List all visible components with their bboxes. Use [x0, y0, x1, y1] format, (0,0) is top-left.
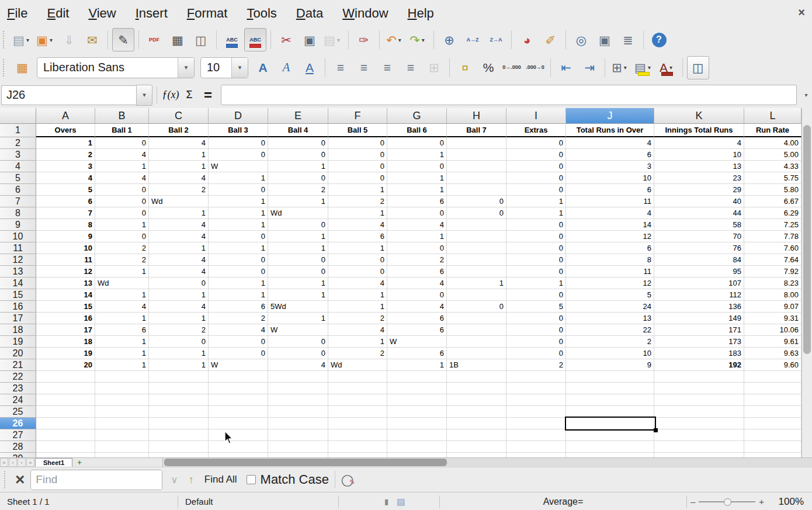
cell[interactable]: 1: [149, 359, 209, 371]
cell[interactable]: 7.78: [744, 231, 801, 242]
cell[interactable]: 0: [387, 207, 447, 219]
row-header-24[interactable]: 24: [0, 394, 36, 406]
cell[interactable]: [566, 394, 654, 406]
cell[interactable]: 2: [328, 196, 387, 207]
cell[interactable]: [447, 172, 506, 184]
row-header-19[interactable]: 19: [0, 336, 36, 348]
cell[interactable]: 1: [149, 149, 209, 161]
cell[interactable]: 3: [36, 161, 95, 172]
function-wizard-button[interactable]: ƒ(x): [161, 89, 180, 101]
cell[interactable]: [654, 383, 744, 394]
cell[interactable]: 24: [566, 301, 654, 313]
row-header-21[interactable]: 21: [0, 359, 36, 371]
cell[interactable]: 0: [95, 184, 149, 196]
cell[interactable]: [149, 394, 209, 406]
cell[interactable]: [95, 429, 149, 441]
column-header-A[interactable]: A: [36, 108, 95, 124]
cell[interactable]: [506, 394, 566, 406]
cell[interactable]: 1: [268, 196, 328, 207]
zoom-slider-thumb[interactable]: [724, 498, 731, 506]
cell[interactable]: 0: [328, 172, 387, 184]
sheet-position[interactable]: Sheet 1 / 1: [0, 492, 178, 510]
cell[interactable]: 4: [654, 137, 744, 149]
row-header-16[interactable]: 16: [0, 301, 36, 313]
cell[interactable]: 6: [566, 149, 654, 161]
cell[interactable]: W: [209, 161, 268, 172]
cell[interactable]: 0: [506, 289, 566, 301]
cell[interactable]: 1: [328, 301, 387, 313]
fill-handle[interactable]: [654, 428, 658, 432]
column-header-B[interactable]: B: [95, 108, 149, 124]
dropdown-arrow-icon[interactable]: ▾: [26, 37, 32, 43]
cell[interactable]: 192: [654, 359, 744, 371]
cell[interactable]: [209, 441, 268, 453]
cell[interactable]: 4: [149, 301, 209, 313]
cell[interactable]: 4: [149, 137, 209, 149]
row-header-20[interactable]: 20: [0, 348, 36, 359]
cell[interactable]: 2: [95, 254, 149, 266]
cell[interactable]: 9.31: [744, 313, 801, 324]
cell[interactable]: [328, 406, 387, 418]
cell[interactable]: 0: [506, 219, 566, 231]
cell[interactable]: 0: [506, 242, 566, 254]
cell[interactable]: 0: [506, 254, 566, 266]
cell[interactable]: 1: [268, 277, 328, 289]
cell[interactable]: 1: [506, 196, 566, 207]
cell[interactable]: [268, 418, 328, 429]
cell[interactable]: [447, 418, 506, 429]
cell[interactable]: 1: [95, 336, 149, 348]
chevron-down-icon[interactable]: ▾: [178, 58, 194, 78]
cell[interactable]: 1: [506, 207, 566, 219]
cell[interactable]: W: [209, 359, 268, 371]
column-header-K[interactable]: K: [654, 108, 744, 124]
cell[interactable]: W: [387, 336, 447, 348]
cell[interactable]: [268, 429, 328, 441]
data-sources-button[interactable]: ≣: [617, 28, 639, 51]
cell[interactable]: 6: [387, 196, 447, 207]
cell[interactable]: [95, 453, 149, 457]
cell[interactable]: [149, 429, 209, 441]
cell[interactable]: 4: [95, 301, 149, 313]
cell[interactable]: [149, 406, 209, 418]
cell[interactable]: 0: [328, 266, 387, 277]
cell[interactable]: 12: [36, 266, 95, 277]
cell[interactable]: 0: [328, 161, 387, 172]
cell[interactable]: 0: [95, 137, 149, 149]
cell[interactable]: [447, 348, 506, 359]
insert-chart-button[interactable]: ◕: [516, 28, 538, 51]
cell[interactable]: [36, 383, 95, 394]
cell[interactable]: [36, 371, 95, 383]
cell[interactable]: 0: [506, 313, 566, 324]
cell[interactable]: [209, 418, 268, 429]
cell[interactable]: 22: [566, 324, 654, 336]
delete-decimal-button[interactable]: .000→0: [524, 56, 546, 79]
menu-edit[interactable]: Edit: [47, 6, 69, 21]
cell[interactable]: 4: [149, 266, 209, 277]
cell[interactable]: 1: [209, 277, 268, 289]
cell[interactable]: 0: [506, 172, 566, 184]
cell[interactable]: 4: [95, 172, 149, 184]
dropdown-arrow-icon[interactable]: ▾: [624, 64, 629, 71]
cell[interactable]: [447, 231, 506, 242]
cell[interactable]: [328, 429, 387, 441]
cell[interactable]: 4: [387, 301, 447, 313]
cell[interactable]: 0: [209, 231, 268, 242]
row-header-13[interactable]: 13: [0, 266, 36, 277]
redo-button[interactable]: ↷▾: [407, 28, 429, 51]
cell[interactable]: 5.80: [744, 184, 801, 196]
cell[interactable]: 2: [95, 242, 149, 254]
find-previous-button[interactable]: ↑: [189, 474, 194, 486]
cell[interactable]: [447, 149, 506, 161]
cell[interactable]: 11: [566, 266, 654, 277]
cell[interactable]: 12: [566, 277, 654, 289]
cell[interactable]: 4: [387, 219, 447, 231]
cell[interactable]: 1: [268, 242, 328, 254]
cell[interactable]: [744, 441, 801, 453]
cell[interactable]: 0: [209, 137, 268, 149]
cell[interactable]: W: [268, 324, 328, 336]
cell[interactable]: 4: [209, 324, 268, 336]
row-header-15[interactable]: 15: [0, 289, 36, 301]
cell[interactable]: [447, 219, 506, 231]
cell[interactable]: 1: [95, 219, 149, 231]
dropdown-arrow-icon[interactable]: ▾: [648, 64, 653, 71]
